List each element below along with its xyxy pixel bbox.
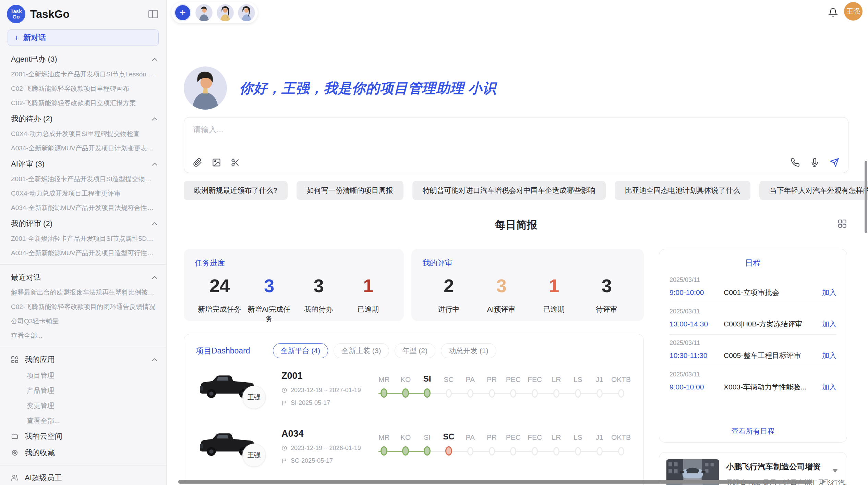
view-all-schedule-link[interactable]: 查看所有日程 — [670, 423, 836, 436]
milestone-dot — [381, 446, 387, 456]
horizontal-scrollbar-thumb[interactable] — [178, 480, 812, 484]
milestone: J1 — [589, 372, 610, 398]
recent-conversation-item[interactable]: 公司Q3轻卡销量 — [0, 314, 166, 328]
avatar-1[interactable] — [195, 4, 213, 21]
suggestion-chip[interactable]: 欧洲新规最近颁布了什么? — [184, 181, 288, 200]
notification-bell-icon[interactable] — [828, 8, 838, 17]
scroll-right-arrow[interactable] — [822, 479, 826, 484]
sidebar-item-cloud-space[interactable]: 我的云空间 — [0, 428, 166, 445]
sidebar-task-item[interactable]: A034-全新新能源MUV产品开发项目法规符合性评审 — [0, 201, 166, 215]
sidebar-item-favorites[interactable]: 我的收藏 — [0, 445, 166, 461]
tool-label: AI超级员工 — [25, 473, 62, 483]
chevron-up-icon[interactable] — [152, 276, 157, 279]
app-sub-item[interactable]: 产品管理 — [0, 383, 166, 398]
milestone-dot — [618, 389, 624, 398]
milestone: LS — [567, 372, 589, 398]
chevron-up-icon[interactable] — [152, 58, 157, 61]
sidebar: Task Go TaskGo + 新对话 Agent已办 (3) Z001-全新… — [0, 0, 167, 485]
avatar-3[interactable] — [238, 4, 255, 21]
app-sub-item[interactable]: 变更管理 — [0, 398, 166, 413]
recent-conversation-item[interactable]: C02-飞腾新能源轻客改款项目的闭环通告反馈情况 — [0, 300, 166, 314]
stat-value: 24 — [195, 275, 244, 296]
phone-icon[interactable] — [791, 158, 800, 167]
section-header[interactable]: 我的待办 (2) — [0, 110, 166, 127]
chat-input[interactable] — [193, 125, 839, 134]
join-link[interactable]: 加入 — [822, 319, 836, 329]
sidebar-task-item[interactable]: C02-飞腾新能源轻客改款项目立项汇报方案 — [0, 96, 166, 110]
sidebar-task-item[interactable]: C0X4-动力总成开发项目SI里程碑提交物检查 — [0, 127, 166, 141]
sidebar-task-item[interactable]: Z001-全新燃油轻卡产品开发项目SI节点属性5D文件评审 — [0, 232, 166, 246]
image-icon[interactable] — [212, 158, 221, 167]
project-row[interactable]: 王强 A034 2023-12-19 ~ 2026-01-19 SC-2025-… — [196, 428, 632, 474]
chevron-up-icon[interactable] — [152, 222, 157, 225]
suggestion-chip[interactable]: 比亚迪全固态电池计划具体说了什么 — [615, 181, 750, 200]
scroll-down-arrow[interactable] — [832, 469, 838, 473]
project-owner-badge: 王强 — [242, 444, 266, 467]
recent-header[interactable]: 最近对话 — [0, 269, 166, 285]
sidebar-tool-item[interactable]: AI超级员工 — [0, 470, 166, 485]
user-avatar[interactable]: 王强 — [844, 2, 863, 21]
chevron-up-icon[interactable] — [152, 117, 157, 121]
section-header[interactable]: AI评审 (3) — [0, 156, 166, 172]
collapse-sidebar-icon[interactable] — [148, 10, 158, 18]
stat-item: 3 新增AI完成任务 — [244, 275, 294, 324]
project-dates: 2023-12-19 ~ 2026-01-19 — [291, 445, 361, 452]
join-link[interactable]: 加入 — [822, 382, 836, 392]
sidebar-task-item[interactable]: Z001-全新燃油皮卡产品开发项目SI节点Lesson Learn报告 — [0, 67, 166, 82]
suggestion-chip[interactable]: 特朗普可能对进口汽车增税会对中国车企造成哪些影响 — [412, 181, 606, 200]
chevron-up-icon[interactable] — [152, 358, 157, 361]
suggestion-chip[interactable]: 如何写一份清晰的项目周报 — [297, 181, 403, 200]
join-link[interactable]: 加入 — [822, 288, 836, 297]
task-progress-card: 任务进度 24 新增完成任务 3 新增AI完成任务 3 我的待办 1 已逾期 — [184, 249, 404, 321]
section-header[interactable]: Agent已办 (3) — [0, 51, 166, 67]
stat-item: 24 新增完成任务 — [195, 275, 244, 324]
milestone-label: J1 — [596, 372, 603, 384]
attachment-icon[interactable] — [193, 158, 202, 167]
dashboard-tab[interactable]: 全新上装 (3) — [334, 343, 389, 358]
card-title: 我的评审 — [422, 258, 633, 268]
sidebar-task-item[interactable]: C02-飞腾新能源轻客改款项目里程碑画布 — [0, 82, 166, 96]
layout-grid-icon[interactable] — [838, 219, 847, 228]
milestone-dot — [489, 389, 495, 398]
section-title: 我的待办 (2) — [11, 114, 52, 124]
schedule-date: 2025/03/11 — [670, 276, 836, 284]
app-title: TaskGo — [30, 8, 148, 21]
assistant-avatar — [184, 66, 227, 110]
milestone: KO — [395, 430, 417, 456]
recent-conversation-item[interactable]: 查看全部... — [0, 328, 166, 343]
briefing-header: 每日简报 — [184, 218, 848, 232]
sidebar-task-item[interactable]: C0X4-动力总成开发项目工程变更评审 — [0, 186, 166, 201]
new-chat-button[interactable]: + 新对话 — [8, 29, 159, 46]
dashboard-tab[interactable]: 动总开发 (1) — [441, 343, 496, 358]
send-icon[interactable] — [830, 158, 839, 167]
milestone: PR — [481, 430, 503, 456]
section-header[interactable]: 我的评审 (2) — [0, 215, 166, 232]
sidebar-item-my-apps[interactable]: 我的应用 — [0, 351, 166, 368]
chevron-up-icon[interactable] — [152, 163, 157, 166]
milestone-label: FEC — [528, 372, 542, 384]
sidebar-task-item[interactable]: A034-全新新能源MUV产品开发项目计划变更表编写 — [0, 141, 166, 156]
app-sub-item[interactable]: 项目管理 — [0, 368, 166, 383]
stat-item: 1 已逾期 — [343, 275, 393, 324]
milestone-dot — [445, 446, 452, 456]
project-row[interactable]: 王强 Z001 2023-12-19 ~ 2027-01-19 SI-2025-… — [196, 370, 632, 416]
scissors-icon[interactable] — [231, 158, 240, 167]
avatar-2[interactable] — [217, 4, 234, 21]
join-link[interactable]: 加入 — [822, 351, 836, 360]
dashboard-tab[interactable]: 全新平台 (4) — [273, 343, 328, 358]
vertical-scrollbar-thumb[interactable] — [865, 161, 867, 233]
mic-icon[interactable] — [810, 158, 819, 167]
conversation-avatars-bar: + — [171, 2, 258, 23]
sidebar-section: AI评审 (3) Z001-全新燃油轻卡产品开发项目SI造型提交物评审C0X4-… — [0, 156, 166, 215]
milestone: MR — [373, 430, 395, 456]
recent-conversation-item[interactable]: 解释最新出台的欧盟报废车法规再生塑料比例被调至15%... — [0, 285, 166, 300]
sidebar-task-item[interactable]: A034-全新新能源MUV产品开发项目造型可行性评审 — [0, 246, 166, 260]
flag-icon — [281, 458, 287, 464]
suggestion-chip[interactable]: 当下年轻人对汽车外观有怎样的喜好趋势 — [759, 181, 868, 200]
app-sub-item[interactable]: 查看全部... — [0, 413, 166, 428]
sidebar-task-item[interactable]: Z001-全新燃油轻卡产品开发项目SI造型提交物评审 — [0, 172, 166, 186]
dashboard-tab[interactable]: 年型 (2) — [395, 343, 436, 358]
sidebar-section: Agent已办 (3) Z001-全新燃油皮卡产品开发项目SI节点Lesson … — [0, 51, 166, 110]
add-conversation-button[interactable]: + — [174, 4, 191, 21]
milestone-dot — [532, 389, 538, 398]
